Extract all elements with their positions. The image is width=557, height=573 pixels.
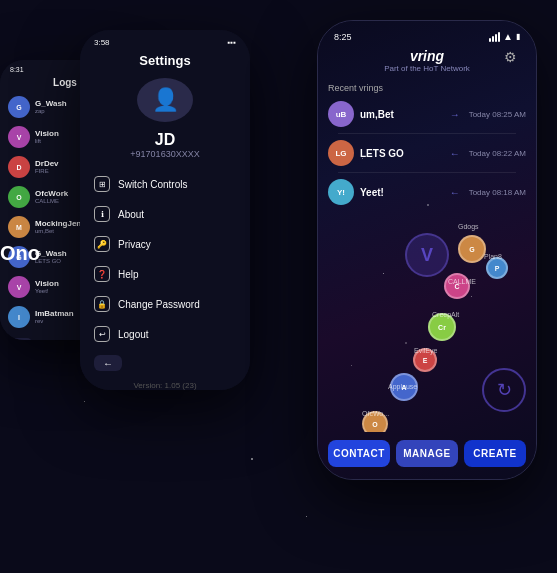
vring-center-logo: V	[405, 233, 449, 277]
direction-arrow: →	[450, 109, 460, 120]
direction-arrow: ←	[450, 187, 460, 198]
scene: 8:31 ▪▪▪ Logs G G_Wash zap V Vision lift…	[0, 0, 557, 573]
phone-settings: 3:58 ▪▪▪ Settings 👤 JD +91701630XXXX ⊞ S…	[80, 30, 250, 390]
avatar: I	[8, 306, 30, 328]
vring-contact-name: Yeet!	[360, 187, 441, 198]
menu-label: Help	[118, 269, 139, 280]
vring-avatar: Y!	[328, 179, 354, 205]
profile-initials: JD	[80, 130, 250, 149]
vring-logo-icon: V	[421, 245, 433, 266]
orbit-label-callme: CALLME	[448, 278, 476, 285]
orbit-label-ofcwork: OfcWo...	[362, 410, 389, 417]
logout-icon: ↩	[94, 326, 110, 342]
recent-vrings-title: Recent vrings	[328, 83, 526, 93]
settings-status-bar: 3:58 ▪▪▪	[80, 30, 250, 49]
menu-item-change-password[interactable]: 🔒 Change Password	[80, 289, 250, 319]
avatar: D	[8, 156, 30, 178]
recent-vrings-section: Recent vrings uB um,Bet → Today 08:25 AM…	[318, 79, 536, 213]
orbit-label-gdogs: Gdogs	[458, 223, 479, 230]
vring-contact-name: LETS GO	[360, 148, 441, 159]
refresh-icon: ↻	[497, 379, 512, 401]
menu-label: Logout	[118, 329, 149, 340]
menu-item-switch-controls[interactable]: ⊞ Switch Controls	[80, 169, 250, 199]
profile-avatar: 👤	[137, 78, 193, 122]
about-icon: ℹ	[94, 206, 110, 222]
vring-avatar: uB	[328, 101, 354, 127]
switch-controls-icon: ⊞	[94, 176, 110, 192]
menu-item-logout[interactable]: ↩ Logout	[80, 319, 250, 349]
phone-vring: 8:25 ▲ ▮ vring Part of the Ho	[317, 20, 537, 480]
signal-bars	[489, 32, 500, 42]
orbit-avatar-callme[interactable]: C	[444, 273, 470, 299]
menu-item-help[interactable]: ❓ Help	[80, 259, 250, 289]
orbit-label-evileye: EvilEye	[414, 347, 437, 354]
contact-button[interactable]: CONTACT	[328, 440, 390, 467]
vring-timestamp: Today 08:22 AM	[469, 149, 526, 158]
menu-item-about[interactable]: ℹ About	[80, 199, 250, 229]
menu-label: About	[118, 209, 144, 220]
menu-item-privacy[interactable]: 🔑 Privacy	[80, 229, 250, 259]
orbit-label-plan8: Plan8	[484, 253, 502, 260]
orbit-avatar-gdogs[interactable]: G	[458, 235, 486, 263]
menu-label: Privacy	[118, 239, 151, 250]
battery-icon: ▮	[516, 32, 520, 41]
vring-timestamp: Today 08:25 AM	[469, 110, 526, 119]
settings-back-button[interactable]: ←	[94, 355, 122, 371]
wifi-icon: ▲	[503, 31, 513, 42]
settings-time: 3:58	[94, 38, 110, 47]
settings-title: Settings	[80, 49, 250, 78]
avatar: V	[8, 126, 30, 148]
profile-phone: +91701630XXXX	[80, 149, 250, 159]
back-button[interactable]: ←	[8, 338, 32, 340]
avatar-icon: 👤	[152, 87, 179, 113]
avatar: G	[8, 96, 30, 118]
vring-contact-name: um,Bet	[360, 109, 441, 120]
orbit-label-creepalt: CreepAlt	[432, 311, 459, 318]
lock-icon: 🔒	[94, 296, 110, 312]
vring-timestamp: Today 08:18 AM	[469, 188, 526, 197]
vring-status-bar: 8:25 ▲ ▮	[318, 21, 536, 46]
avatar: M	[8, 216, 30, 238]
vring-list-item[interactable]: uB um,Bet → Today 08:25 AM	[328, 97, 526, 131]
refresh-button[interactable]: ↻	[482, 368, 526, 412]
bottom-actions: CONTACT MANAGE CREATE	[318, 432, 536, 479]
orbit-area: V G Gdogs C CALLME P Plan8 Cr Cree	[318, 213, 536, 432]
ono-label: Ono	[0, 242, 40, 265]
vring-list-item[interactable]: LG LETS GO ← Today 08:22 AM	[328, 136, 526, 170]
avatar: V	[8, 276, 30, 298]
orbit-label-applause: Applause	[388, 383, 417, 390]
vring-avatar: LG	[328, 140, 354, 166]
privacy-icon: 🔑	[94, 236, 110, 252]
help-icon: ❓	[94, 266, 110, 282]
settings-version: Version: 1.05 (23)	[80, 381, 250, 390]
manage-button[interactable]: MANAGE	[396, 440, 458, 467]
orbit-avatar-plan8[interactable]: P	[486, 257, 508, 279]
menu-label: Switch Controls	[118, 179, 187, 190]
menu-label: Change Password	[118, 299, 200, 310]
divider	[338, 133, 516, 134]
divider	[338, 172, 516, 173]
gear-icon[interactable]: ⚙	[504, 49, 522, 67]
direction-arrow: ←	[450, 148, 460, 159]
vring-time: 8:25	[334, 32, 352, 42]
avatar: O	[8, 186, 30, 208]
vring-list-item[interactable]: Y! Yeet! ← Today 08:18 AM	[328, 175, 526, 209]
settings-icons: ▪▪▪	[227, 38, 236, 47]
create-button[interactable]: CREATE	[464, 440, 526, 467]
logs-time: 8:31	[10, 66, 24, 73]
